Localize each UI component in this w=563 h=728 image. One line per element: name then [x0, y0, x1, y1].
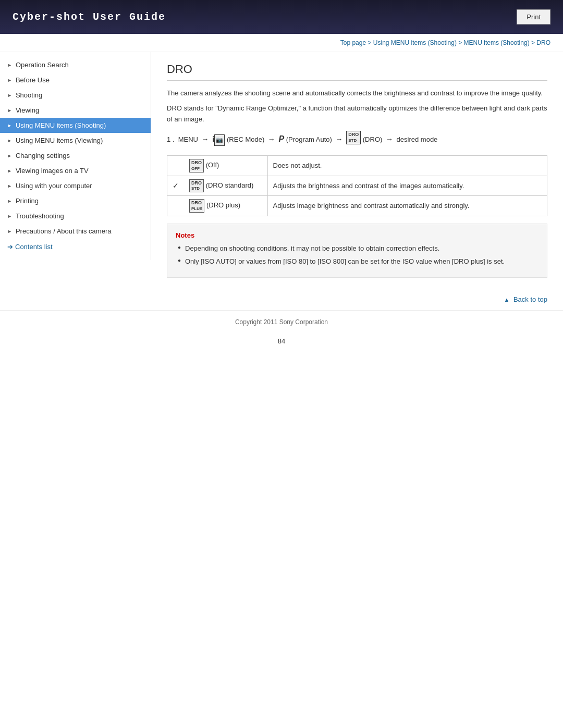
breadcrumb-menu-items-shooting[interactable]: MENU items (Shooting) [464, 39, 530, 46]
contents-list-link[interactable]: Contents list [15, 243, 53, 251]
footer: Copyright 2011 Sony Corporation [0, 311, 563, 333]
breadcrumb-dro[interactable]: DRO [536, 39, 550, 46]
desc-cell-off: Does not adjust. [267, 155, 547, 176]
arrow-icon: ► [7, 123, 12, 128]
label-cell-standard: DROSTD (DRO standard) [184, 176, 267, 196]
sidebar-label: Printing [16, 197, 39, 205]
table-row-standard: ✓ DROSTD (DRO standard) Adjusts the brig… [167, 176, 547, 196]
sidebar-item-changing-settings[interactable]: ► Changing settings [0, 148, 151, 163]
p-program-auto: P [278, 134, 284, 143]
sidebar-item-printing[interactable]: ► Printing [0, 193, 151, 208]
label-cell-off: DROOFF (Off) [184, 155, 267, 176]
dro-off-icon: DROOFF [189, 159, 204, 172]
arrow-symbol-4: → [386, 135, 393, 143]
sidebar-item-troubleshooting[interactable]: ► Troubleshooting [0, 208, 151, 224]
print-button[interactable]: Print [517, 9, 550, 24]
app-title: Cyber-shot User Guide [13, 11, 166, 23]
arrow-icon: ► [7, 183, 12, 189]
sidebar-label: Changing settings [16, 152, 70, 159]
arrow-symbol: → [202, 135, 209, 143]
sidebar-item-using-menu-viewing[interactable]: ► Using MENU items (Viewing) [0, 133, 151, 148]
content-area: DRO The camera analyzes the shooting sce… [151, 52, 563, 288]
main-layout: ► Operation Search ► Before Use ► Shooti… [0, 52, 563, 288]
table-row-plus: DROPLUS (DRO plus) Adjusts image brightn… [167, 196, 547, 216]
instruction: 1 . MENU → i📷 (REC Mode) → P (Program Au… [167, 131, 547, 147]
arrow-icon: ► [7, 93, 12, 98]
label-cell-plus: DROPLUS (DRO plus) [184, 196, 267, 216]
arrow-icon: ► [7, 168, 12, 174]
arrow-icon: ► [7, 229, 12, 234]
sidebar-label: Using MENU items (Viewing) [16, 137, 103, 144]
checked-cell-off [167, 155, 185, 176]
sidebar-item-using-menu-shooting[interactable]: ► Using MENU items (Shooting) [0, 118, 151, 133]
arrow-icon: ► [7, 138, 12, 143]
sidebar-label: Using with your computer [16, 182, 92, 190]
arrow-icon: ► [7, 108, 12, 113]
notes-title: Notes [176, 231, 538, 239]
arrow-icon: ► [7, 214, 12, 219]
page-title: DRO [167, 63, 547, 81]
note-item-2: Only [ISO AUTO] or values from [ISO 80] … [178, 256, 538, 267]
desc-cell-plus: Adjusts image brightness and contrast au… [267, 196, 547, 216]
arrow-right-icon: ➔ [7, 243, 13, 251]
sidebar-label: Before Use [16, 76, 50, 84]
dro-std-label: (DRO standard) [206, 181, 254, 189]
sidebar: ► Operation Search ► Before Use ► Shooti… [0, 52, 151, 260]
sidebar-item-viewing[interactable]: ► Viewing [0, 103, 151, 118]
description-1: The camera analyzes the shooting scene a… [167, 88, 547, 99]
sidebar-label: Precautions / About this camera [16, 227, 112, 235]
dro-plus-label: (DRO plus) [206, 201, 240, 209]
sidebar-item-using-computer[interactable]: ► Using with your computer [0, 178, 151, 193]
arrow-icon: ► [7, 199, 12, 204]
notes-list: Depending on shooting conditions, it may… [176, 243, 538, 267]
dro-off-label: (Off) [206, 161, 219, 169]
desc-cell-standard: Adjusts the brightness and contrast of t… [267, 176, 547, 196]
sidebar-item-operation-search[interactable]: ► Operation Search [0, 57, 151, 72]
sidebar-contents-link: ➔ Contents list [0, 239, 151, 255]
back-to-top-label: Back to top [513, 295, 547, 303]
checkmark-icon: ✓ [173, 181, 179, 190]
sidebar-item-before-use[interactable]: ► Before Use [0, 72, 151, 88]
arrow-icon: ► [7, 153, 12, 158]
arrow-symbol-3: → [336, 135, 343, 143]
notes-section: Notes Depending on shooting conditions, … [167, 224, 547, 278]
breadcrumb-using-menu-shooting[interactable]: Using MENU items (Shooting) [373, 39, 457, 46]
sidebar-item-viewing-tv[interactable]: ► Viewing images on a TV [0, 163, 151, 178]
description-2: DRO stands for "Dynamic Range Optimizer,… [167, 103, 547, 125]
sidebar-label: Troubleshooting [16, 212, 64, 220]
table-row-off: DROOFF (Off) Does not adjust. [167, 155, 547, 176]
arrow-icon: ► [7, 78, 12, 83]
checked-cell-standard: ✓ [167, 176, 185, 196]
sidebar-label: Viewing images on a TV [16, 167, 89, 175]
copyright: Copyright 2011 Sony Corporation [235, 318, 328, 326]
dro-table: DROOFF (Off) Does not adjust. ✓ DROSTD (… [167, 155, 547, 216]
back-to-top-link[interactable]: ▲ Back to top [504, 295, 547, 303]
sidebar-label: Using MENU items (Shooting) [16, 121, 106, 129]
page-number: 84 [0, 333, 563, 349]
note-item-1: Depending on shooting conditions, it may… [178, 243, 538, 254]
header: Cyber-shot User Guide Print [0, 0, 563, 34]
breadcrumb: Top page > Using MENU items (Shooting) >… [0, 34, 563, 52]
arrow-symbol-2: → [268, 135, 275, 143]
sidebar-label: Operation Search [16, 61, 69, 69]
rec-mode-icon: 📷 [214, 134, 225, 146]
checked-cell-plus [167, 196, 185, 216]
sidebar-label: Shooting [16, 91, 42, 99]
sidebar-item-precautions[interactable]: ► Precautions / About this camera [0, 224, 151, 239]
arrow-icon: ► [7, 63, 12, 68]
dro-std-icon: DROSTD [189, 179, 204, 193]
dro-icon-instruction: DROSTD [346, 131, 361, 144]
sidebar-label: Viewing [16, 106, 39, 114]
triangle-icon: ▲ [504, 297, 509, 303]
back-to-top: ▲ Back to top [0, 288, 563, 311]
dro-plus-icon: DROPLUS [189, 199, 204, 213]
breadcrumb-top[interactable]: Top page [340, 39, 366, 46]
sidebar-item-shooting[interactable]: ► Shooting [0, 88, 151, 103]
